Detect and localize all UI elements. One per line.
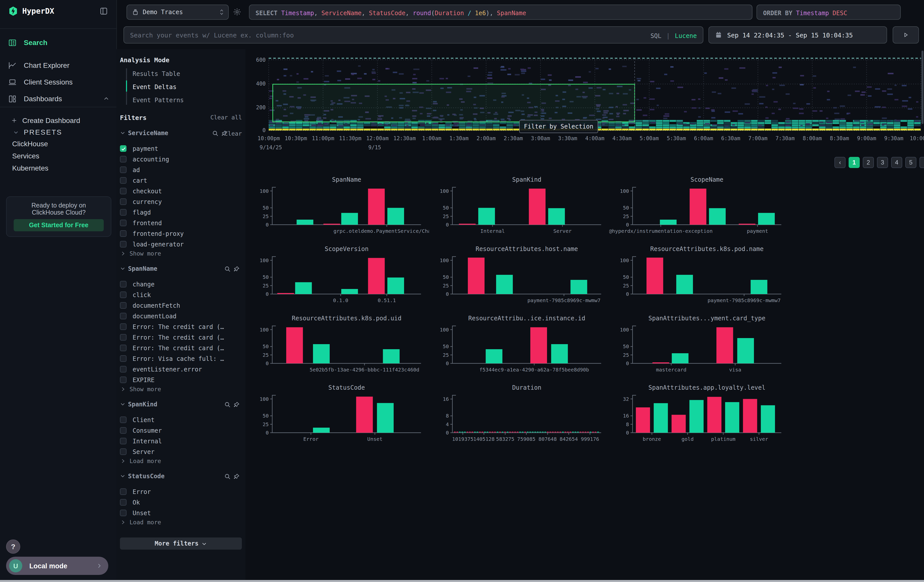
filter-option-row[interactable]: Client (120, 414, 242, 425)
filter-option-row[interactable]: documentFetch (120, 300, 242, 311)
search-icon[interactable] (224, 266, 231, 272)
checkbox[interactable] (120, 209, 127, 216)
sidebar-preset-kubernetes[interactable]: Kubernetes (0, 162, 116, 174)
sidebar-preset-services[interactable]: Services (0, 150, 116, 162)
source-select[interactable]: Demo Traces (127, 5, 229, 20)
filter-option-row[interactable]: load-generator (120, 239, 242, 249)
clear-all-button[interactable]: Clear all (210, 114, 242, 121)
checkbox[interactable] (120, 188, 127, 195)
filter-option-row[interactable]: frontend (120, 218, 242, 228)
analysis-mode-option-event-patterns[interactable]: Event Patterns (133, 97, 184, 104)
delta-chart-duration[interactable]: Duration16840101937514051285832757590858… (429, 383, 609, 452)
checkbox[interactable] (120, 334, 127, 341)
filter-option-row[interactable]: Ok (120, 497, 242, 508)
filter-option-row[interactable]: change (120, 279, 242, 290)
filter-by-selection-button[interactable]: Filter by Selection (519, 120, 598, 133)
delta-chart-scopeversion[interactable]: ScopeVersion100502500.1.00.51.1 (249, 244, 429, 314)
filter-option-row[interactable]: Error: The credit card (… (120, 322, 242, 332)
delta-chart-spanname[interactable]: SpanName10050250grpc.oteldemo.PaymentSer… (249, 175, 429, 244)
filter-show-more[interactable]: Show more (120, 386, 161, 393)
filter-option-row[interactable]: frontend-proxy (120, 228, 242, 239)
checkbox-checked[interactable] (120, 145, 127, 152)
filter-load-more[interactable]: Load more (120, 519, 161, 526)
pagination-next[interactable]: › (919, 157, 924, 168)
checkbox[interactable] (120, 313, 127, 319)
sidebar-item-search[interactable]: Search (0, 33, 116, 52)
delta-chart-spankind[interactable]: SpanKind10050250InternalServer (429, 175, 609, 244)
vertical-scrollbar[interactable] (921, 51, 924, 124)
checkbox[interactable] (120, 323, 127, 330)
checkbox[interactable] (120, 198, 127, 205)
analysis-mode-option-results-table[interactable]: Results Table (133, 70, 180, 77)
checkbox[interactable] (120, 281, 127, 287)
checkbox[interactable] (120, 302, 127, 309)
filter-option-row[interactable]: Error (120, 486, 242, 497)
checkbox[interactable] (120, 499, 127, 506)
delta-chart-resourceattributes-k8s-pod-name[interactable]: ResourceAttributes.k8s.pod.name10050250p… (609, 244, 789, 314)
filter-option-row[interactable]: Unset (120, 508, 242, 518)
sidebar-item-dashboards[interactable]: Dashboards (0, 91, 116, 106)
delta-chart-scopename[interactable]: ScopeName10050250@hyperdx/instrumentatio… (609, 175, 789, 244)
delta-chart-resourceattributes-k8s-pod-uid[interactable]: ResourceAttributes.k8s.pod.uid100502505e… (249, 314, 429, 383)
checkbox[interactable] (120, 167, 127, 173)
events-heatmap[interactable] (246, 49, 924, 158)
pin-icon[interactable] (233, 401, 240, 408)
filter-option-row[interactable]: eventListener.error (120, 364, 242, 374)
filter-section-header-spanname[interactable]: SpanName (120, 265, 242, 274)
filter-show-more[interactable]: Show more (120, 250, 161, 257)
filter-option-row[interactable]: Error: The credit card (… (120, 332, 242, 343)
lang-sql-button[interactable]: SQL (650, 32, 662, 39)
pagination-page-4[interactable]: 4 (891, 157, 902, 168)
filter-section-header-servicename[interactable]: ServiceNameClear (120, 129, 242, 138)
pagination-prev[interactable]: ‹ (835, 157, 846, 168)
checkbox[interactable] (120, 376, 127, 383)
sql-select-input[interactable]: SELECT Timestamp, ServiceName, StatusCod… (249, 5, 752, 20)
checkbox[interactable] (120, 345, 127, 351)
delta-chart-statuscode[interactable]: StatusCode10050250ErrorUnset (249, 383, 429, 452)
filter-option-row[interactable]: Error: The credit card (… (120, 343, 242, 353)
search-icon[interactable] (212, 130, 219, 137)
checkbox[interactable] (120, 230, 127, 237)
filter-option-row[interactable]: EXPIRE (120, 374, 242, 385)
checkbox[interactable] (120, 427, 127, 434)
pin-icon[interactable] (233, 473, 240, 480)
checkbox[interactable] (120, 488, 127, 495)
lang-lucene-button[interactable]: Lucene (675, 32, 697, 39)
search-input[interactable]: Search your events w/ Lucene ex. column:… (130, 31, 294, 39)
filter-section-header-spankind[interactable]: SpanKind (120, 400, 242, 409)
filter-option-row[interactable]: currency (120, 196, 242, 207)
filter-option-row[interactable]: cart (120, 175, 242, 186)
search-icon[interactable] (224, 401, 231, 408)
pagination-page-1[interactable]: 1 (849, 157, 860, 168)
search-bar[interactable]: Search your events w/ Lucene ex. column:… (124, 26, 703, 43)
checkbox[interactable] (120, 366, 127, 373)
checkbox[interactable] (120, 177, 127, 184)
checkbox[interactable] (120, 355, 127, 362)
checkbox[interactable] (120, 417, 127, 423)
filter-option-row[interactable]: payment (120, 143, 242, 154)
pagination-page-2[interactable]: 2 (863, 157, 874, 168)
delta-chart-resourceattributes-host-name[interactable]: ResourceAttributes.host.name10050250paym… (429, 244, 609, 314)
sidebar-item-chart-explorer[interactable]: Chart Explorer (0, 58, 116, 73)
filter-option-row[interactable]: Server (120, 446, 242, 457)
pin-icon[interactable] (233, 266, 240, 272)
pagination-page-3[interactable]: 3 (877, 157, 888, 168)
checkbox[interactable] (120, 292, 127, 298)
sidebar-item-client-sessions[interactable]: Client Sessions (0, 74, 116, 89)
horizontal-scrollbar[interactable] (0, 580, 924, 582)
filter-option-row[interactable]: Error: Visa cache full: … (120, 353, 242, 364)
filter-option-row[interactable]: accounting (120, 154, 242, 165)
help-button[interactable]: ? (6, 539, 20, 554)
checkbox[interactable] (120, 438, 127, 444)
local-mode-button[interactable]: U Local mode (6, 557, 108, 575)
checkbox[interactable] (120, 448, 127, 455)
sidebar-preset-clickhouse[interactable]: ClickHouse (0, 138, 116, 150)
filter-option-row[interactable]: documentLoad (120, 311, 242, 322)
analysis-mode-option-event-deltas[interactable]: Event Deltas (133, 84, 177, 91)
collapse-sidebar-icon[interactable] (99, 7, 108, 16)
checkbox[interactable] (120, 220, 127, 226)
filter-load-more[interactable]: Load more (120, 457, 161, 465)
pagination-page-5[interactable]: 5 (905, 157, 916, 168)
search-icon[interactable] (224, 473, 231, 480)
filter-option-row[interactable]: ad (120, 165, 242, 175)
